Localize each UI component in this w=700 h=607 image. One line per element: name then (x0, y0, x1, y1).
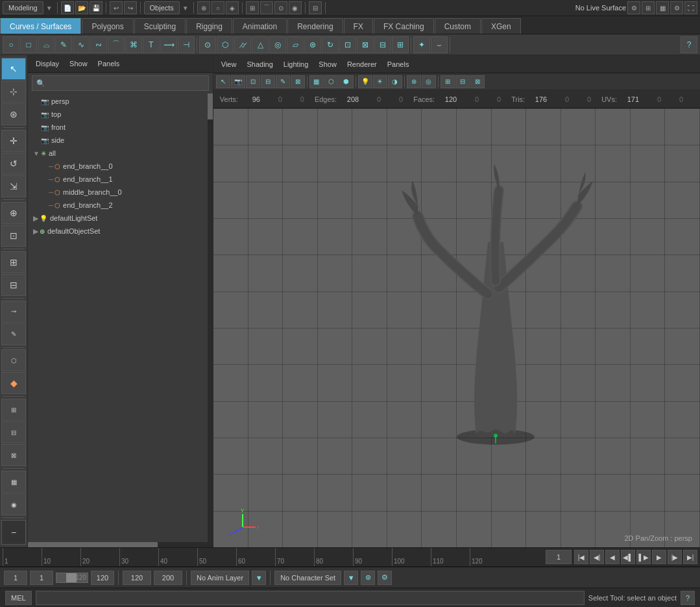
open-file-icon[interactable]: 📂 (75, 1, 88, 14)
vp-light2-icon[interactable]: ☀ (373, 75, 387, 88)
tree-item-all[interactable]: ▼ ✳ all (32, 147, 209, 160)
grid-icon[interactable]: ▦ (1, 471, 26, 493)
pencil-tool-icon[interactable]: ✎ (55, 36, 72, 53)
vp-light1-icon[interactable]: 💡 (358, 75, 372, 88)
rotate-tool-icon[interactable]: ↺ (1, 153, 26, 175)
anim-layer-button[interactable]: No Anim Layer (191, 571, 249, 585)
vp-xray-icon[interactable]: ⊛ (407, 75, 421, 88)
tree-item-front[interactable]: 📷 front (32, 121, 209, 134)
viewport-renderer-menu[interactable]: Renderer (344, 59, 380, 69)
tab-xgen[interactable]: XGen (481, 18, 521, 34)
component-icon[interactable]: ⊟ (1, 421, 26, 443)
birail-tool-icon[interactable]: ⊟ (374, 36, 391, 53)
edit-surface-icon[interactable]: ✦ (413, 36, 430, 53)
workspace-dropdown[interactable]: Modeling (3, 1, 43, 14)
paint-select-icon[interactable]: ⊛ (1, 103, 26, 125)
lasso-tool-icon[interactable]: ⊹ (1, 81, 26, 103)
vp-isolate-icon[interactable]: ◎ (422, 75, 436, 88)
char-set-options-icon[interactable]: ▼ (344, 571, 358, 585)
minus-icon[interactable]: − (1, 520, 26, 545)
char-set-extra2-icon[interactable]: ⚙ (378, 571, 392, 585)
tree-item-middle-branch-0[interactable]: ─ ⬡ middle_branch__0 (32, 186, 209, 199)
tab-rendering[interactable]: Rendering (287, 18, 343, 34)
helix-tool-icon[interactable]: ⌘ (125, 36, 142, 53)
bezier-tool-icon[interactable]: ⌓ (38, 36, 54, 53)
tab-curves-surfaces[interactable]: Curves / Surfaces (0, 18, 81, 34)
outliner-display-menu[interactable]: Display (33, 58, 62, 69)
viewport-show-menu[interactable]: Show (316, 59, 339, 69)
char-set-button[interactable]: No Character Set (274, 571, 341, 585)
outliner-show-menu[interactable]: Show (67, 58, 90, 69)
layout-icon[interactable]: ▦ (656, 1, 669, 14)
command-input[interactable] (36, 591, 585, 605)
text-tool-icon[interactable]: T (143, 36, 160, 53)
plane-tool-icon[interactable]: ▱ (287, 36, 304, 53)
extrude-tool-icon[interactable]: ⊡ (339, 36, 356, 53)
curve-modify-icon[interactable]: ⟿ (160, 36, 177, 53)
vp-image-plane-icon[interactable]: ⊟ (261, 75, 275, 88)
tab-rigging[interactable]: Rigging (186, 18, 232, 34)
vp-safe-area-icon[interactable]: ⊟ (455, 75, 470, 88)
transform-icon[interactable]: ⊞ (1, 399, 26, 421)
snap-curve-icon[interactable]: ⌒ (260, 1, 273, 14)
cylinder-tool-icon[interactable]: ⌭ (234, 36, 251, 53)
tree-item-default-light-set[interactable]: ▶ 💡 defaultLightSet (32, 212, 209, 225)
nurbs-tool-icon[interactable]: ⊛ (304, 36, 321, 53)
scale-tool-icon[interactable]: ⇲ (1, 175, 26, 197)
attribute-icon[interactable]: ⊠ (1, 444, 26, 466)
go-start-icon[interactable]: |◀ (574, 550, 588, 564)
save-file-icon[interactable]: 💾 (90, 1, 103, 14)
vp-camera-icon[interactable]: 📷 (231, 75, 245, 88)
objects-dropdown[interactable]: Objects (144, 1, 180, 14)
show-manip-icon[interactable]: ⊡ (1, 225, 26, 247)
new-file-icon[interactable]: 📄 (61, 1, 74, 14)
display-icon[interactable]: ⬡ (1, 349, 26, 371)
tab-sculpting[interactable]: Sculpting (134, 18, 186, 34)
grid-options-icon[interactable]: ⊞ (642, 1, 655, 14)
tab-custom[interactable]: Custom (435, 18, 481, 34)
snap2-icon[interactable]: ⊟ (1, 274, 26, 296)
play-back-icon[interactable]: ◀▌ (621, 550, 635, 564)
select-tool-icon[interactable]: ↖ (1, 58, 26, 80)
outliner-hscroll-thumb[interactable] (28, 542, 158, 547)
anim-layer-options-icon[interactable]: ▼ (252, 571, 266, 585)
history-icon[interactable]: ⊟ (309, 1, 322, 14)
fps-input[interactable] (123, 571, 151, 585)
tree-toggle-obj[interactable]: ▶ (33, 227, 38, 236)
current-frame-input[interactable] (546, 550, 572, 564)
outliner-vertical-scrollbar[interactable] (208, 93, 213, 542)
redo-icon[interactable]: ↪ (124, 1, 137, 14)
vp-shadow-icon[interactable]: ◑ (388, 75, 402, 88)
tree-item-end-branch-2[interactable]: ─ ⬡ end_branch__2 (32, 199, 209, 212)
tree-item-top[interactable]: 📷 top (32, 108, 209, 121)
tree-item-end-branch-1[interactable]: ─ ⬡ end_branch__1 (32, 173, 209, 186)
tree-item-persp[interactable]: 📷 persp (32, 95, 209, 108)
end-frame-input[interactable] (91, 571, 114, 585)
outliner-horizontal-scrollbar[interactable] (28, 542, 213, 547)
viewport-shading-menu[interactable]: Shading (244, 59, 275, 69)
surface-fillet-icon[interactable]: ⌣ (431, 36, 448, 53)
vp-frame-icon[interactable]: ⊠ (291, 75, 305, 88)
fullscreen-icon[interactable]: ⛶ (684, 1, 697, 14)
camera2-icon[interactable]: ◉ (1, 493, 26, 515)
live-surface-icon[interactable]: ⚙ (627, 1, 640, 14)
tree-toggle-all[interactable]: ▼ (33, 150, 40, 157)
tree-item-default-object-set[interactable]: ▶ ⊛ defaultObjectSet (32, 225, 209, 238)
start-frame-input[interactable] (4, 571, 27, 585)
vp-hud-icon[interactable]: ⊠ (470, 75, 485, 88)
mel-mode-label[interactable]: MEL (5, 591, 32, 605)
curve-ep-icon[interactable]: ∿ (73, 36, 90, 53)
tab-fx[interactable]: FX (344, 18, 373, 34)
revolve-tool-icon[interactable]: ↻ (322, 36, 339, 53)
tree-item-side[interactable]: 📷 side (32, 134, 209, 147)
annotation-icon[interactable]: ✎ (1, 323, 26, 345)
boundary-tool-icon[interactable]: ⊞ (392, 36, 409, 53)
viewport-3d[interactable]: X Y Z 2D Pan/Zoom : persp (213, 108, 700, 547)
next-frame-icon[interactable]: ▶ (652, 550, 666, 564)
play-forward-icon[interactable]: ▌▶ (636, 550, 651, 564)
tree-toggle-light[interactable]: ▶ (33, 214, 38, 223)
vp-bookmark-icon[interactable]: ⊡ (246, 75, 260, 88)
outliner-search-input[interactable] (48, 79, 204, 87)
frame-slider[interactable]: 120 (56, 573, 88, 583)
char-set-extra1-icon[interactable]: ⊛ (361, 571, 375, 585)
